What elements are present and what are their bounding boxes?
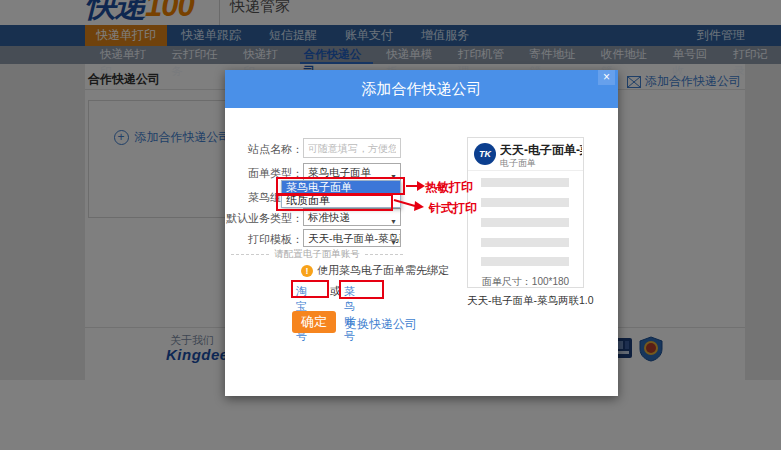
sheet-type-value: 菜鸟电子面单 [308,166,371,178]
skeleton-line [481,198,569,207]
dropdown-option-paper[interactable]: 纸质面单 [282,194,400,207]
close-icon[interactable]: × [598,70,615,85]
caret-down-icon: ▼ [390,235,397,247]
template-value: 天天-电子面单-菜鸟两联1.0 [308,232,401,244]
sheet-type-select[interactable]: 菜鸟电子面单 ▼ [303,163,401,181]
add-company-modal: 添加合作快递公司 × 站点名称： 面单类型： 菜鸟电子面单 ▼ 菜鸟组件： 菜鸟… [225,70,618,396]
tiantian-logo-icon: TK [474,143,496,165]
skeleton-line [481,218,569,227]
skeleton-line [481,238,569,247]
sheet-type-label: 面单类型： [225,166,303,181]
template-select[interactable]: 天天-电子面单-菜鸟两联1.0 ▼ [303,229,401,247]
site-name-input[interactable] [303,138,401,158]
or-text: 或 [330,284,341,299]
template-preview-card: TK 天天-电子面单-菜鸟两联1.0 电子面单 面单尺寸：100*180 [467,137,584,288]
config-divider-text: 请配置电子面单账号 [274,248,360,261]
caret-down-icon: ▼ [390,214,397,226]
sheet-size-text: 面单尺寸：100*180 [468,275,583,289]
warning-icon: ! [301,265,313,277]
annotation-thermal-print: 热敏打印 [425,179,473,196]
site-name-label: 站点名称： [225,142,303,157]
sheet-type-dropdown: 菜鸟电子面单 纸质面单 [281,180,401,208]
annotation-pin-print: 针式打印 [429,200,477,217]
modal-title: 添加合作快递公司 [225,70,618,108]
warning-row: ! 使用菜鸟电子面单需先绑定 [301,263,449,278]
card-caption: 天天-电子面单-菜鸟两联1.0 [467,294,584,308]
divider-dash [365,254,403,255]
skeleton-line [481,178,569,187]
divider-dash [231,254,269,255]
dropdown-option-cainiao[interactable]: 菜鸟电子面单 [282,181,400,194]
config-divider: 请配置电子面单账号 [231,248,403,261]
card-header: TK 天天-电子面单-菜鸟两联1.0 电子面单 [468,138,583,171]
modal-header: 添加合作快递公司 × [225,70,618,108]
app-root: 快递100 快递管家 快递单打印 快递单跟踪 短信提醒 账单支付 增值服务 到件… [0,0,781,450]
skeleton-line [481,257,569,266]
template-label: 打印模板： [225,232,303,247]
biz-type-select[interactable]: 标准快递 ▼ [303,208,401,226]
biz-type-label: 默认业务类型： [225,211,303,226]
cainiao-account-link[interactable]: 菜鸟账号 [344,284,355,344]
confirm-button[interactable]: 确定 [292,311,336,333]
card-subtitle: 电子面单 [500,157,536,170]
biz-type-value: 标准快递 [308,211,350,223]
change-company-link[interactable]: 更换快递公司 [345,316,417,333]
warning-text: 使用菜鸟电子面单需先绑定 [317,263,449,278]
